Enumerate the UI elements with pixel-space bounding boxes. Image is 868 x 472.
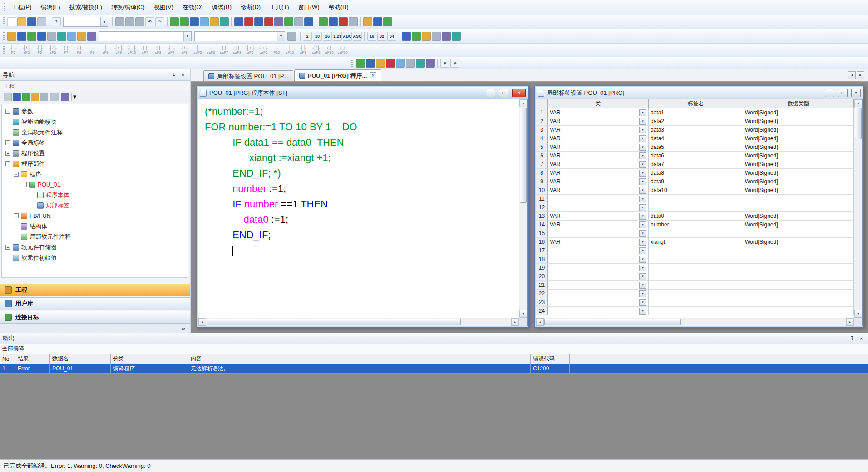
- toolbar-icon[interactable]: [416, 59, 425, 68]
- minimize-button[interactable]: ─: [486, 89, 495, 97]
- label-name-cell[interactable]: data8: [649, 169, 743, 177]
- label-name-cell[interactable]: data1: [649, 108, 743, 117]
- label-row[interactable]: 11 ▼: [536, 195, 854, 203]
- label-row[interactable]: 3 VAR ▼ data3 Word[Signed]: [536, 126, 854, 134]
- data-type-cell[interactable]: [743, 307, 854, 315]
- ladder-tool-button[interactable]: ─ F9: [86, 44, 99, 56]
- display-real-button[interactable]: 1.23: [333, 32, 342, 41]
- toolbar-icon[interactable]: [406, 59, 415, 68]
- scroll-thumb[interactable]: [520, 108, 527, 203]
- toolbar-icon[interactable]: [27, 32, 36, 41]
- display-decimal-button[interactable]: 10: [313, 32, 322, 41]
- toolbar-icon[interactable]: [244, 17, 253, 26]
- display-binary-button[interactable]: 2: [303, 32, 312, 41]
- data-type-cell[interactable]: [743, 246, 854, 255]
- data-type-cell[interactable]: Word[Signed]: [743, 134, 854, 143]
- ladder-tool-button[interactable]: ( ) F7: [60, 44, 72, 56]
- class-dropdown-button[interactable]: ▼: [639, 170, 646, 177]
- label-row[interactable]: 5 VAR ▼ data5 Word[Signed]: [536, 143, 854, 152]
- class-dropdown-button[interactable]: ▼: [639, 213, 646, 220]
- toolbar-icon[interactable]: [442, 32, 451, 41]
- class-dropdown-button[interactable]: ▼: [639, 178, 646, 185]
- class-cell[interactable]: ▼: [548, 203, 649, 212]
- tree-item[interactable]: + 全局标签: [2, 138, 188, 148]
- maximize-button[interactable]: □: [499, 89, 508, 97]
- menu-item[interactable]: 在线(O): [178, 0, 207, 14]
- toolbar-icon[interactable]: [356, 59, 365, 68]
- data-type-cell[interactable]: [743, 298, 854, 307]
- class-cell[interactable]: VAR ▼: [548, 160, 649, 169]
- label-name-cell[interactable]: [649, 290, 743, 298]
- label-name-cell[interactable]: [649, 298, 743, 307]
- nav-stack-button[interactable]: 用户库: [0, 297, 190, 310]
- nav-stack-button[interactable]: 工程: [0, 284, 190, 296]
- class-dropdown-button[interactable]: ▼: [639, 256, 646, 263]
- label-row[interactable]: 6 VAR ▼ data6 Word[Signed]: [536, 152, 854, 160]
- class-dropdown-button[interactable]: ▼: [639, 196, 646, 202]
- toolbar-icon[interactable]: [383, 17, 392, 26]
- label-row[interactable]: 20 ▼: [536, 272, 854, 281]
- toolbar-icon[interactable]: [452, 32, 461, 41]
- class-cell[interactable]: VAR ▼: [548, 177, 649, 186]
- class-cell[interactable]: VAR ▼: [548, 221, 649, 229]
- label-row[interactable]: 16 VAR ▼ xiangt Word[Signed]: [536, 238, 854, 246]
- toolbar-icon[interactable]: [412, 32, 421, 41]
- search-icon[interactable]: [287, 32, 296, 41]
- label-name-cell[interactable]: data4: [649, 134, 743, 143]
- ladder-tool-button[interactable]: ┤/├ sF5: [20, 44, 33, 56]
- class-cell[interactable]: VAR ▼: [548, 169, 649, 177]
- toolbar-icon[interactable]: [220, 17, 229, 26]
- label-row[interactable]: 12 ▼: [536, 203, 854, 212]
- toolbar-icon[interactable]: [366, 59, 375, 68]
- data-type-cell[interactable]: Word[Signed]: [743, 238, 854, 246]
- ladder-tool-button[interactable]: ┤/├ caF9: [310, 44, 322, 56]
- toolbar-icon[interactable]: [329, 17, 338, 26]
- label-row[interactable]: 13 VAR ▼ data0 Word[Signed]: [536, 212, 854, 221]
- label-name-cell[interactable]: [649, 195, 743, 203]
- menu-item[interactable]: 调试(B): [207, 0, 236, 14]
- label-row[interactable]: 15 ▼: [536, 229, 854, 238]
- close-button[interactable]: ×: [512, 89, 526, 97]
- toolbar-icon[interactable]: [190, 17, 199, 26]
- toolbar-icon[interactable]: [37, 32, 46, 41]
- data-type-cell[interactable]: Word[Signed]: [743, 186, 854, 195]
- ladder-tool-button[interactable]: ┤↑├ aF5: [244, 44, 256, 56]
- tree-item[interactable]: 结构体: [2, 221, 188, 231]
- menu-item[interactable]: 窗口(W): [294, 0, 324, 14]
- display-abc-button[interactable]: ABC: [343, 32, 352, 41]
- toolbar-grip[interactable]: [351, 59, 353, 68]
- ladder-tool-button[interactable]: ┤↓├ caF5: [257, 44, 270, 56]
- toolbar-icon[interactable]: [349, 17, 358, 26]
- class-cell[interactable]: ▼: [548, 255, 649, 264]
- label-name-cell[interactable]: number: [649, 221, 743, 229]
- label-name-cell[interactable]: [649, 281, 743, 290]
- label-name-cell[interactable]: data0: [649, 212, 743, 221]
- toolbar-icon[interactable]: [274, 17, 283, 26]
- toolbar-grip[interactable]: [3, 46, 5, 55]
- toolbar-icon[interactable]: [254, 17, 263, 26]
- label-row[interactable]: 1 VAR ▼ data1 Word[Signed]: [536, 108, 854, 117]
- label-name-cell[interactable]: xiangt: [649, 238, 743, 246]
- class-cell[interactable]: VAR ▼: [548, 186, 649, 195]
- ladder-tool-button[interactable]: ┤├ F5: [7, 44, 20, 56]
- menu-item[interactable]: 工具(T): [265, 0, 294, 14]
- chevron-down-icon[interactable]: ▼: [277, 32, 285, 41]
- label-row[interactable]: 19 ▼: [536, 264, 854, 272]
- tab-close-icon[interactable]: ×: [370, 72, 376, 79]
- label-row[interactable]: 14 VAR ▼ number Word[Signed]: [536, 221, 854, 229]
- ladder-tool-button[interactable]: ( ) saF7: [218, 44, 230, 56]
- class-dropdown-button[interactable]: ▼: [639, 299, 646, 306]
- toolbar-icon[interactable]: [67, 32, 76, 41]
- data-type-cell[interactable]: [743, 203, 854, 212]
- class-dropdown-button[interactable]: ▼: [639, 230, 646, 237]
- class-cell[interactable]: VAR ▼: [548, 238, 649, 246]
- class-cell[interactable]: ▼: [548, 290, 649, 298]
- editor-vertical-scrollbar[interactable]: ▲ ▼: [519, 99, 527, 318]
- ladder-tool-button[interactable]: │ sF9: [99, 44, 112, 56]
- maximize-button[interactable]: □: [838, 89, 848, 97]
- toolbar-icon[interactable]: [284, 17, 293, 26]
- tree-item[interactable]: - 程序: [2, 169, 188, 179]
- label-name-cell[interactable]: [649, 229, 743, 238]
- data-type-cell[interactable]: [743, 195, 854, 203]
- pin-icon[interactable]: ↧: [848, 334, 856, 342]
